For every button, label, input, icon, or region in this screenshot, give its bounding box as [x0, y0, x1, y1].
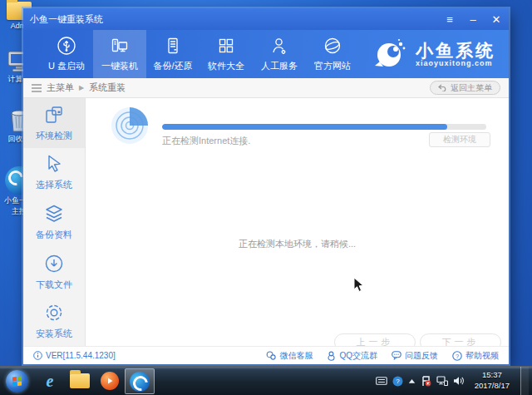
clock-date: 2017/8/17: [475, 381, 510, 392]
nav-item-label: U 盘启动: [48, 60, 85, 72]
nav-item-usb-boot[interactable]: U 盘启动: [40, 30, 93, 78]
sidebar-item-backup-data[interactable]: 备份资料: [23, 197, 85, 247]
svg-text:?: ?: [456, 352, 459, 359]
back-to-main-menu-button[interactable]: 返回主菜单: [430, 81, 500, 95]
window-controls: ≡ – ✕: [444, 14, 502, 25]
tray-help-icon[interactable]: ?: [392, 376, 403, 387]
cursor-select-icon: [43, 153, 65, 175]
brand-fish-icon: [373, 37, 408, 72]
nav-item-software[interactable]: 软件大全: [200, 30, 253, 78]
breadcrumb: 主菜单 ▶ 系统重装 返回主菜单: [23, 78, 509, 98]
tray-keyboard-icon[interactable]: [376, 377, 387, 385]
sidebar-item-env-check[interactable]: 环境检测: [23, 98, 85, 148]
nav-item-backup-restore[interactable]: 备份/还原: [146, 30, 200, 78]
system-tray: ? 15:37 2017/8/17: [376, 367, 532, 395]
pc-install-icon: [110, 36, 130, 56]
sidebar-item-install-system[interactable]: 安装系统: [23, 296, 85, 346]
nav-item-label: 一键装机: [101, 60, 138, 72]
qq-icon: [327, 351, 336, 361]
wechat-icon: [266, 351, 276, 360]
statusbar-link-label: 问题反馈: [405, 350, 438, 362]
info-icon: [33, 351, 42, 360]
nav-item-label: 人工服务: [261, 60, 298, 72]
start-button[interactable]: [6, 370, 28, 393]
breadcrumb-separator-icon: ▶: [79, 84, 84, 91]
sidebar-item-label: 备份资料: [36, 229, 72, 241]
grid-icon: [216, 36, 236, 56]
folder-icon: [70, 373, 90, 388]
show-desktop-button[interactable]: [520, 367, 529, 395]
brand-name: 小鱼系统: [416, 41, 495, 60]
progress-bar: [162, 124, 486, 130]
person-icon: [269, 36, 289, 56]
feedback-link[interactable]: 问题反馈: [392, 350, 438, 362]
statusbar-link-label: QQ交流群: [339, 350, 377, 362]
sidebar-item-label: 选择系统: [36, 179, 72, 191]
progress-fill: [162, 124, 447, 130]
brand-text: 小鱼系统 xiaoyuxitong.com: [416, 41, 495, 68]
nav-item-one-click-install[interactable]: 一键装机: [93, 30, 146, 78]
sidebar-item-select-system[interactable]: 选择系统: [23, 148, 85, 198]
hamburger-icon: [32, 84, 42, 92]
qq-group-link[interactable]: QQ交流群: [327, 350, 377, 362]
tray-action-center-icon[interactable]: [421, 376, 431, 387]
menu-icon[interactable]: ≡: [444, 14, 456, 25]
feedback-bubble-icon: [392, 351, 401, 360]
main-panel: 正在检测Internet连接. 检测环境 正在检测本地环境，请稍候... 上一步…: [86, 98, 509, 346]
version-text: VER[11.5.44.1230]: [46, 351, 116, 360]
minimize-icon[interactable]: –: [467, 14, 479, 25]
tray-volume-icon[interactable]: [453, 376, 464, 386]
sidebar: 环境检测 选择系统 备份资料: [23, 98, 86, 346]
back-button-label: 返回主菜单: [451, 82, 492, 94]
detect-environment-button[interactable]: 检测环境: [429, 132, 490, 147]
env-check-icon: [43, 104, 65, 126]
window-titlebar[interactable]: 小鱼一键重装系统 ≡ – ✕: [23, 8, 509, 30]
windows-logo-icon: [12, 376, 22, 386]
media-player-icon: [101, 372, 119, 390]
usb-icon: [57, 36, 76, 56]
progress-status-text: 正在检测Internet连接.: [162, 135, 250, 147]
statusbar-links: 微信客服 QQ交流群 问题反馈 ?: [266, 350, 499, 362]
waiting-message: 正在检测本地环境，请稍候...: [86, 238, 509, 250]
window-title: 小鱼一键重装系统: [30, 13, 103, 26]
internet-explorer-icon: e: [47, 373, 54, 389]
globe-icon: [323, 36, 342, 56]
desktop: { "colors": { "accent_blue": "#3a7bd5", …: [0, 0, 532, 395]
statusbar: VER[11.5.44.1230] 微信客服 QQ交流群: [23, 346, 509, 364]
tray-network-icon[interactable]: [436, 376, 448, 386]
breadcrumb-root[interactable]: 主菜单: [47, 81, 74, 94]
brand: 小鱼系统 xiaoyuxitong.com: [373, 30, 509, 78]
statusbar-link-label: 帮助视频: [466, 350, 499, 362]
window-body: 环境检测 选择系统 备份资料: [23, 98, 509, 346]
sidebar-item-label: 下载文件: [36, 279, 72, 291]
svg-text:?: ?: [396, 378, 400, 385]
brand-domain: xiaoyuxitong.com: [416, 60, 495, 68]
nav-item-official-site[interactable]: 官方网站: [306, 30, 359, 78]
radar-scan-icon: [111, 106, 149, 145]
nav-item-label: 备份/还原: [153, 60, 192, 72]
mouse-cursor: [353, 277, 364, 293]
sidebar-item-label: 安装系统: [36, 328, 72, 340]
sidebar-item-download-files[interactable]: 下载文件: [23, 247, 85, 297]
taskbar-clock[interactable]: 15:37 2017/8/17: [469, 370, 515, 392]
wechat-service-link[interactable]: 微信客服: [266, 350, 313, 362]
taskbar: e ? 15: [0, 366, 532, 395]
tray-show-hidden-icon[interactable]: [408, 378, 416, 384]
nav-item-human-service[interactable]: 人工服务: [253, 30, 306, 78]
taskbar-ie-icon[interactable]: e: [35, 367, 65, 395]
layers-icon: [43, 203, 65, 225]
return-arrow-icon: [438, 84, 447, 91]
download-icon: [43, 253, 65, 274]
help-icon: ?: [452, 351, 462, 361]
help-video-link[interactable]: ? 帮助视频: [452, 350, 499, 362]
server-icon: [163, 36, 183, 56]
taskbar-xiaoyu-app-icon[interactable]: [125, 368, 155, 394]
taskbar-media-player-icon[interactable]: [95, 367, 125, 395]
taskbar-explorer-icon[interactable]: [65, 367, 95, 395]
app-window: 小鱼一键重装系统 ≡ – ✕ U 盘启动 一键装机: [23, 8, 509, 364]
close-icon[interactable]: ✕: [490, 14, 502, 25]
xiaoyu-fish-icon: [130, 372, 150, 392]
gear-icon: [43, 302, 65, 323]
breadcrumb-current: 系统重装: [89, 81, 126, 94]
nav-item-label: 软件大全: [208, 60, 244, 72]
